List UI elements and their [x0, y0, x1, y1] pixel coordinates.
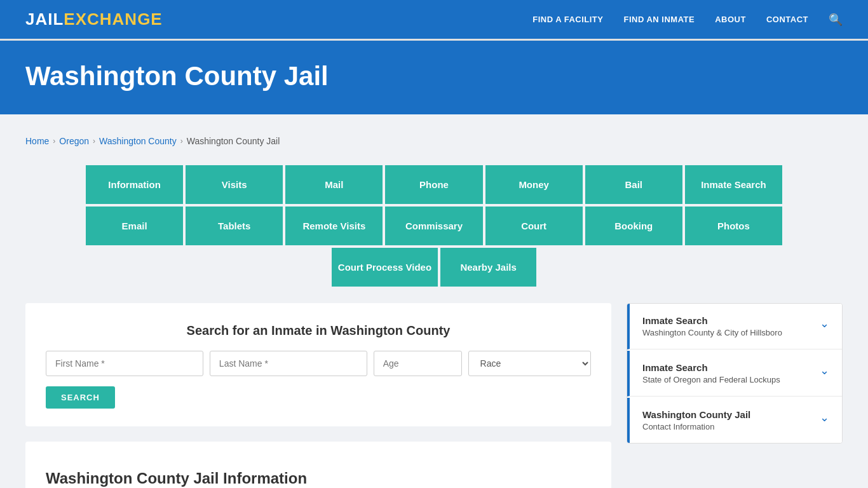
- info-section: Washington County Jail Information: [25, 442, 611, 488]
- sidebar-item-sub-2: State of Oregon and Federal Lockups: [642, 375, 780, 384]
- sidebar-item-inmate-search-1[interactable]: Inmate Search Washington County & City o…: [627, 304, 842, 349]
- content-area: Home › Oregon › Washington County › Wash…: [0, 114, 868, 488]
- main-nav: FIND A FACILITY FIND AN INMATE ABOUT CON…: [532, 13, 843, 27]
- breadcrumb-washington-county[interactable]: Washington County: [99, 136, 177, 146]
- nav-buttons-row1: Information Visits Mail Phone Money Bail…: [85, 164, 783, 205]
- search-icon[interactable]: 🔍: [829, 13, 843, 27]
- btn-phone[interactable]: Phone: [384, 164, 484, 205]
- btn-booking[interactable]: Booking: [584, 205, 684, 247]
- btn-court-process-video[interactable]: Court Process Video: [330, 247, 439, 288]
- race-select[interactable]: Race White Black Hispanic Asian Other: [468, 351, 591, 376]
- search-box-title: Search for an Inmate in Washington Count…: [46, 323, 591, 338]
- chevron-down-icon-2: ⌄: [820, 363, 829, 377]
- sidebar-item-label-1: Inmate Search: [642, 315, 782, 326]
- btn-court[interactable]: Court: [484, 205, 584, 247]
- btn-commissary[interactable]: Commissary: [384, 205, 484, 247]
- sidebar: Inmate Search Washington County & City o…: [627, 303, 843, 444]
- nav-buttons-row3: Court Process Video Nearby Jails: [85, 247, 783, 288]
- btn-information[interactable]: Information: [85, 164, 184, 205]
- hero-banner: Washington County Jail: [0, 41, 868, 114]
- breadcrumb-sep-2: ›: [93, 137, 95, 146]
- nav-buttons-row2: Email Tablets Remote Visits Commissary C…: [85, 205, 783, 247]
- btn-email[interactable]: Email: [85, 205, 184, 247]
- sidebar-item-contact-info[interactable]: Washington County Jail Contact Informati…: [627, 398, 842, 443]
- first-name-input[interactable]: [46, 351, 203, 376]
- sidebar-item-inmate-search-2[interactable]: Inmate Search State of Oregon and Federa…: [627, 351, 842, 396]
- sidebar-item-sub-1: Washington County & City of Hillsboro: [642, 328, 782, 337]
- logo-exchange: EXCHANGE: [64, 10, 162, 29]
- logo[interactable]: JAIL EXCHANGE: [25, 10, 163, 29]
- btn-nearby-jails[interactable]: Nearby Jails: [439, 247, 538, 288]
- main-layout: Search for an Inmate in Washington Count…: [25, 303, 843, 488]
- chevron-down-icon-1: ⌄: [820, 316, 829, 330]
- last-name-input[interactable]: [210, 351, 367, 376]
- left-column: Search for an Inmate in Washington Count…: [25, 303, 611, 488]
- page-title: Washington County Jail: [25, 61, 843, 92]
- nav-buttons-section: Information Visits Mail Phone Money Bail…: [25, 164, 843, 288]
- search-button[interactable]: SEARCH: [46, 386, 115, 409]
- breadcrumb-sep-1: ›: [53, 137, 55, 146]
- nav-find-facility[interactable]: FIND A FACILITY: [532, 15, 603, 24]
- breadcrumb-sep-3: ›: [180, 137, 183, 146]
- search-inputs: Race White Black Hispanic Asian Other: [46, 351, 591, 376]
- sidebar-item-label-2: Inmate Search: [642, 362, 780, 373]
- breadcrumb-home[interactable]: Home: [25, 136, 49, 146]
- nav-about[interactable]: ABOUT: [715, 15, 746, 24]
- logo-jail: JAIL: [25, 10, 64, 29]
- age-input[interactable]: [374, 351, 462, 376]
- section-title: Washington County Jail Information: [46, 454, 591, 488]
- sidebar-item-label-3: Washington County Jail: [642, 409, 750, 420]
- inmate-search-box: Search for an Inmate in Washington Count…: [25, 303, 611, 426]
- site-header: JAIL EXCHANGE FIND A FACILITY FIND AN IN…: [0, 0, 868, 41]
- nav-contact[interactable]: CONTACT: [766, 15, 808, 24]
- nav-find-inmate[interactable]: FIND AN INMATE: [623, 15, 695, 24]
- btn-inmate-search[interactable]: Inmate Search: [684, 164, 783, 205]
- breadcrumb-oregon[interactable]: Oregon: [59, 136, 89, 146]
- btn-money[interactable]: Money: [484, 164, 584, 205]
- btn-remote-visits[interactable]: Remote Visits: [284, 205, 384, 247]
- btn-visits[interactable]: Visits: [184, 164, 284, 205]
- btn-photos[interactable]: Photos: [684, 205, 783, 247]
- breadcrumb: Home › Oregon › Washington County › Wash…: [25, 127, 843, 158]
- btn-bail[interactable]: Bail: [584, 164, 684, 205]
- chevron-down-icon-3: ⌄: [820, 410, 829, 424]
- breadcrumb-current: Washington County Jail: [187, 136, 280, 146]
- btn-tablets[interactable]: Tablets: [184, 205, 284, 247]
- sidebar-item-sub-3: Contact Information: [642, 422, 750, 431]
- btn-mail[interactable]: Mail: [284, 164, 384, 205]
